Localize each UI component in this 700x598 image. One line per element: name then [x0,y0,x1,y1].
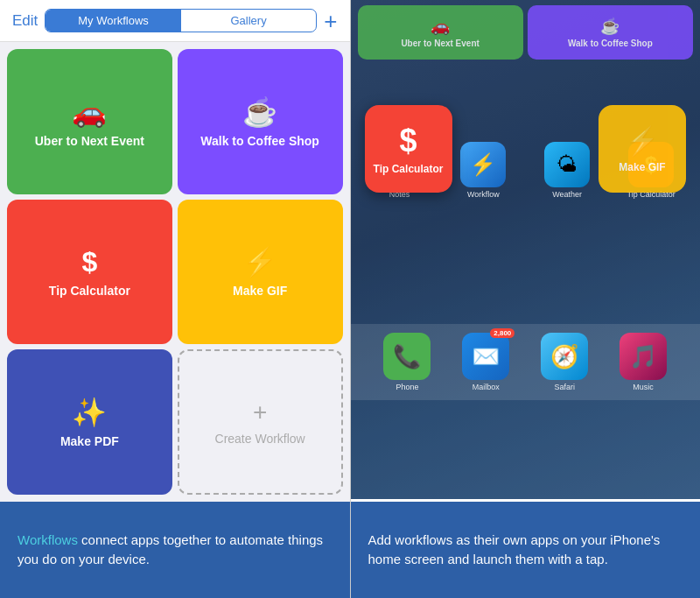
tile-gif[interactable]: ⚡ Make GIF [178,200,343,345]
weather-icon[interactable]: 🌤 [544,142,590,187]
music-dock-icon[interactable]: 🎵 [620,333,667,380]
create-label: Create Workflow [215,432,305,446]
coffee-label: Walk to Coffee Shop [200,134,319,148]
home-group-workflow: ⚡ Workflow [444,142,522,199]
tile-tip[interactable]: $ Tip Calculator [7,200,172,345]
pdf-wand-icon: ✨ [72,396,107,429]
tile-uber[interactable]: 🚗 Uber to Next Event [7,49,172,194]
dock-mailbox: ✉️ 2,800 Mailbox [462,333,509,391]
gallery-tab[interactable]: Gallery [181,10,317,32]
left-panel: Edit My Workflows Gallery + 🚗 Uber to Ne… [0,0,350,598]
my-workflows-tab[interactable]: My Workflows [46,10,181,32]
tile-pdf[interactable]: ✨ Make PDF [7,349,172,495]
gif-big-label: Make GIF [619,161,665,173]
add-workflow-button[interactable]: + [324,10,337,32]
left-footer-text: Workflows connect apps together to autom… [18,531,332,570]
tip-big-tile: $ Tip Calculator [365,105,452,193]
create-plus-icon: + [253,398,267,426]
uber-icon: 🚗 [72,95,107,129]
safari-dock-label: Safari [554,383,575,391]
preview-coffee-label: Walk to Coffee Shop [568,39,653,48]
safari-dock-icon[interactable]: 🧭 [541,333,588,380]
gif-big-tile: ⚡ Make GIF [598,105,686,193]
workflows-highlight: Workflows [18,532,78,547]
preview-uber-icon: 🚗 [430,17,450,36]
tile-create[interactable]: + Create Workflow [178,349,343,495]
right-footer-text: Add workflows as their own apps on your … [368,531,683,570]
nav-bar: Edit My Workflows Gallery + [0,0,350,42]
dock-phone: 📞 Phone [383,333,430,391]
preview-coffee: ☕ Walk to Coffee Shop [528,5,693,60]
edit-button[interactable]: Edit [12,12,38,30]
workflow-icon[interactable]: ⚡ [460,142,506,187]
segmented-control: My Workflows Gallery [45,9,317,32]
preview-uber: 🚗 Uber to Next Event [358,5,523,60]
coffee-icon: ☕ [242,95,277,129]
left-footer: Workflows connect apps together to autom… [0,502,350,598]
gif-bolt-icon: ⚡ [242,245,277,278]
preview-coffee-icon: ☕ [600,17,620,36]
tip-dollar-icon: $ [81,246,97,278]
phone-dock-icon[interactable]: 📞 [383,333,430,380]
pdf-label: Make PDF [60,434,119,448]
preview-tiles: 🚗 Uber to Next Event ☕ Walk to Coffee Sh… [351,0,701,65]
phone-dock-label: Phone [396,383,418,391]
mailbox-dock-icon[interactable]: ✉️ 2,800 [462,333,509,380]
tip-big-label: Tip Calculator [374,163,444,175]
right-panel: 🚗 Uber to Next Event ☕ Walk to Coffee Sh… [351,0,701,598]
home-group-weather: 🌤 Weather [528,142,606,199]
dock: 📞 Phone ✉️ 2,800 Mailbox 🧭 Safari 🎵 Musi… [351,324,701,400]
gif-big-icon: ⚡ [625,124,660,158]
dock-safari: 🧭 Safari [541,333,588,391]
mailbox-dock-label: Mailbox [472,383,500,391]
uber-label: Uber to Next Event [35,134,144,148]
dock-music: 🎵 Music [620,333,667,391]
mailbox-badge: 2,800 [490,328,514,338]
tile-coffee[interactable]: ☕ Walk to Coffee Shop [178,49,343,194]
tip-label: Tip Calculator [49,284,130,298]
weather-label: Weather [552,190,582,199]
music-dock-label: Music [633,383,654,391]
gif-label: Make GIF [233,284,287,298]
tip-big-icon: $ [399,123,416,159]
phone-background: 🚗 Uber to Next Event ☕ Walk to Coffee Sh… [351,0,701,499]
workflow-label: Workflow [467,190,500,199]
screen-overlay [351,0,701,499]
right-footer: Add workflows as their own apps on your … [351,502,701,598]
workflow-grid: 🚗 Uber to Next Event ☕ Walk to Coffee Sh… [0,42,350,502]
preview-uber-label: Uber to Next Event [401,39,479,48]
